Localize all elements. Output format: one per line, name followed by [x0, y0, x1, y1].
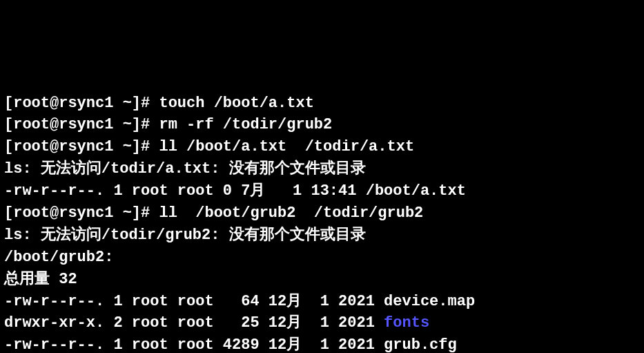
- terminal-output: [root@rsync1 ~]# touch /boot/a.txt[root@…: [4, 93, 640, 353]
- directory-header: /boot/grub2:: [4, 247, 640, 269]
- ls-output: -rw-r--r--. 1 root root 0 7月 1 13:41 /bo…: [4, 180, 640, 202]
- directory-entry: drwxr-xr-x. 2 root root 25 12月 1 2021 fo…: [4, 312, 640, 334]
- command-line[interactable]: [root@rsync1 ~]# ll /boot/a.txt /todir/a…: [4, 136, 640, 158]
- directory-name: fonts: [384, 314, 429, 332]
- shell-prompt: [root@rsync1 ~]#: [4, 95, 159, 112]
- error-output: ls: 无法访问/todir/grub2: 没有那个文件或目录: [4, 225, 640, 247]
- shell-prompt: [root@rsync1 ~]#: [4, 204, 159, 222]
- total-usage: 总用量 32: [4, 269, 640, 291]
- file-entry: -rw-r--r--. 1 root root 64 12月 1 2021 de…: [4, 291, 640, 313]
- command-line[interactable]: [root@rsync1 ~]# ll /boot/grub2 /todir/g…: [4, 202, 640, 225]
- command-line[interactable]: [root@rsync1 ~]# touch /boot/a.txt: [4, 93, 640, 115]
- shell-prompt: [root@rsync1 ~]#: [4, 116, 159, 133]
- command-text: touch /boot/a.txt: [159, 95, 313, 112]
- command-text: rm -rf /todir/grub2: [159, 116, 332, 133]
- command-line[interactable]: [root@rsync1 ~]# rm -rf /todir/grub2: [4, 114, 640, 136]
- command-text: ll /boot/a.txt /todir/a.txt: [159, 138, 414, 155]
- shell-prompt: [root@rsync1 ~]#: [4, 138, 159, 155]
- file-entry: -rw-r--r--. 1 root root 4289 12月 1 2021 …: [4, 334, 640, 353]
- error-output: ls: 无法访问/todir/a.txt: 没有那个文件或目录: [4, 158, 640, 180]
- command-text: ll /boot/grub2 /todir/grub2: [159, 204, 423, 222]
